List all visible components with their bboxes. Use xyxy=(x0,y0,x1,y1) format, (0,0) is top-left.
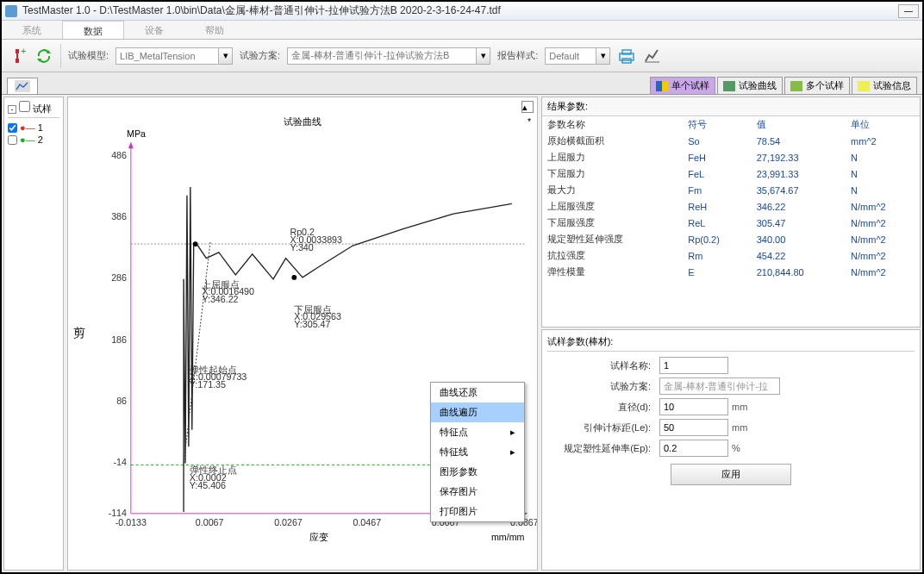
apply-button[interactable]: 应用 xyxy=(671,464,791,485)
tree-header: - 试样 xyxy=(8,101,59,118)
toolbar: + 试验模型: ▾ 试验方案: ▾ 报告样式: ▾ xyxy=(2,40,922,72)
svg-text:-114: -114 xyxy=(109,508,127,518)
svg-text:Y:171.35: Y:171.35 xyxy=(190,379,226,390)
app-icon xyxy=(5,5,17,17)
tree-root-checkbox[interactable] xyxy=(19,101,30,112)
tree-item-2[interactable]: ●—2 xyxy=(8,134,59,146)
chart-expand-icon[interactable]: ▴ xyxy=(521,101,534,113)
menu-bar: 系统 数据 设备 帮助 xyxy=(2,21,922,40)
svg-text:Y:340: Y:340 xyxy=(290,242,313,253)
table-row: 上屈服力FeH27,192.33N xyxy=(542,149,920,165)
results-box: 结果参数: 参数名称符号值单位 原始横截面积So78.54mm^2上屈服力FeH… xyxy=(541,97,921,328)
table-row: 规定塑性延伸强度Rp(0.2)340.00N/mm^2 xyxy=(542,231,920,247)
chart-panel: ▴ 剪 试验曲线 * MPa 486 386 286 186 86 -14 xyxy=(67,97,538,571)
context-menu: 曲线还原 曲线遍历 特征点▸ 特征线▸ 图形参数 保存图片 打印图片 xyxy=(430,382,525,522)
chart-title: 试验曲线 xyxy=(284,116,322,127)
tree-check-2[interactable] xyxy=(8,135,17,145)
y-axis-label: 剪 xyxy=(73,326,85,341)
tab-single[interactable]: 单个试样 xyxy=(650,77,715,94)
x-unit: mm/mm xyxy=(491,532,525,542)
table-row: 原始横截面积So78.54mm^2 xyxy=(542,133,920,149)
specimen-tree-panel: - 试样 ●—1 ●—2 xyxy=(3,97,64,571)
svg-point-32 xyxy=(291,275,297,280)
plan-input[interactable] xyxy=(287,47,477,65)
chart-asterisk: * xyxy=(528,116,531,127)
cm-restore[interactable]: 曲线还原 xyxy=(431,383,524,402)
svg-text:Y:305.47: Y:305.47 xyxy=(294,319,330,329)
right-panel: 结果参数: 参数名称符号值单位 原始横截面积So78.54mm^2上屈服力FeH… xyxy=(541,97,921,571)
results-header-row: 参数名称符号值单位 xyxy=(542,116,920,133)
chart-tab[interactable] xyxy=(7,78,38,94)
cm-save-img[interactable]: 保存图片 xyxy=(431,482,524,502)
svg-text:Y:346.22: Y:346.22 xyxy=(202,294,238,304)
gauge-input[interactable] xyxy=(659,419,728,436)
specimen-name-input[interactable] xyxy=(659,357,728,374)
cm-feat-point[interactable]: 特征点▸ xyxy=(431,422,524,442)
tab-curve[interactable]: 试验曲线 xyxy=(717,77,783,94)
plan-dropdown[interactable]: ▾ xyxy=(477,47,490,65)
cm-graph-param[interactable]: 图形参数 xyxy=(431,462,524,482)
workspace: - 试样 ●—1 ●—2 ▴ 剪 试验曲线 * MPa xyxy=(2,95,922,572)
svg-text:-0.0133: -0.0133 xyxy=(116,517,147,527)
menu-help[interactable]: 帮助 xyxy=(184,21,245,39)
tab-multi[interactable]: 多个试样 xyxy=(784,77,850,94)
menu-device[interactable]: 设备 xyxy=(124,21,184,39)
y-unit: MPa xyxy=(127,128,146,139)
model-input[interactable] xyxy=(116,47,219,65)
diameter-input[interactable] xyxy=(659,398,728,415)
ep-input[interactable] xyxy=(659,440,728,457)
report-dropdown[interactable]: ▾ xyxy=(596,47,610,65)
table-row: 弹性模量E210,844.80N/mm^2 xyxy=(542,264,920,280)
svg-text:-14: -14 xyxy=(114,457,127,467)
tab-info[interactable]: 试验信息 xyxy=(852,77,917,94)
chart-icon xyxy=(15,80,30,92)
svg-text:386: 386 xyxy=(111,211,127,221)
analyze-icon[interactable] xyxy=(643,47,662,66)
title-bar: TestMaster 1.0 - D:\TestMaster 1.0\bin\D… xyxy=(2,2,922,21)
window-title: TestMaster 1.0 - D:\TestMaster 1.0\bin\D… xyxy=(22,3,896,18)
cm-traverse[interactable]: 曲线遍历 xyxy=(431,402,524,422)
svg-text:0.0267: 0.0267 xyxy=(274,517,303,527)
svg-text:486: 486 xyxy=(111,150,127,160)
svg-text:86: 86 xyxy=(116,396,127,406)
tree-item-1[interactable]: ●—1 xyxy=(8,122,59,134)
svg-text:286: 286 xyxy=(111,272,127,283)
results-table: 参数名称符号值单位 原始横截面积So78.54mm^2上屈服力FeH27,192… xyxy=(542,116,920,280)
print-icon[interactable] xyxy=(617,47,636,66)
x-axis-label: 应变 xyxy=(309,532,328,542)
report-input[interactable] xyxy=(545,47,596,65)
svg-text:0.0467: 0.0467 xyxy=(353,517,381,527)
chevron-right-icon: ▸ xyxy=(510,446,515,458)
table-row: 上屈服强度ReH346.22N/mm^2 xyxy=(542,198,920,215)
svg-point-31 xyxy=(193,241,198,246)
minimize-button[interactable]: — xyxy=(898,4,919,18)
results-title: 结果参数: xyxy=(542,97,920,116)
svg-text:Y:45.406: Y:45.406 xyxy=(190,480,226,490)
report-label: 报告样式: xyxy=(497,49,538,62)
table-row: 下屈服力FeL23,991.33N xyxy=(542,165,920,182)
specimen-title: 试样参数(棒材): xyxy=(547,335,915,352)
specimen-params-box: 试样参数(棒材): 试样名称: 试验方案: 直径(d):mm 引伸计标距(Le)… xyxy=(541,329,921,571)
model-dropdown[interactable]: ▾ xyxy=(219,47,233,65)
table-row: 下屈服强度ReL305.47N/mm^2 xyxy=(542,215,920,231)
specimen-plan-input[interactable] xyxy=(659,377,780,395)
svg-rect-2 xyxy=(16,53,18,59)
cm-print-img[interactable]: 打印图片 xyxy=(431,502,524,521)
tree-check-1[interactable] xyxy=(8,123,17,133)
cm-feat-line[interactable]: 特征线▸ xyxy=(431,442,524,462)
chevron-right-icon: ▸ xyxy=(510,427,515,438)
svg-text:0.0067: 0.0067 xyxy=(196,517,224,527)
table-row: 抗拉强度Rm454.22N/mm^2 xyxy=(542,247,920,264)
menu-system[interactable]: 系统 xyxy=(2,21,62,39)
menu-data[interactable]: 数据 xyxy=(62,21,124,39)
plan-label: 试验方案: xyxy=(240,49,280,62)
add-specimen-icon[interactable]: + xyxy=(9,47,28,66)
svg-rect-7 xyxy=(622,50,631,54)
svg-text:186: 186 xyxy=(111,334,127,345)
tab-row: 单个试样 试验曲线 多个试样 试验信息 xyxy=(2,72,922,95)
svg-text:+: + xyxy=(21,47,26,56)
table-row: 最大力Fm35,674.67N xyxy=(542,182,920,198)
svg-marker-12 xyxy=(128,142,134,149)
refresh-icon[interactable] xyxy=(34,47,53,66)
model-label: 试验模型: xyxy=(68,49,109,62)
